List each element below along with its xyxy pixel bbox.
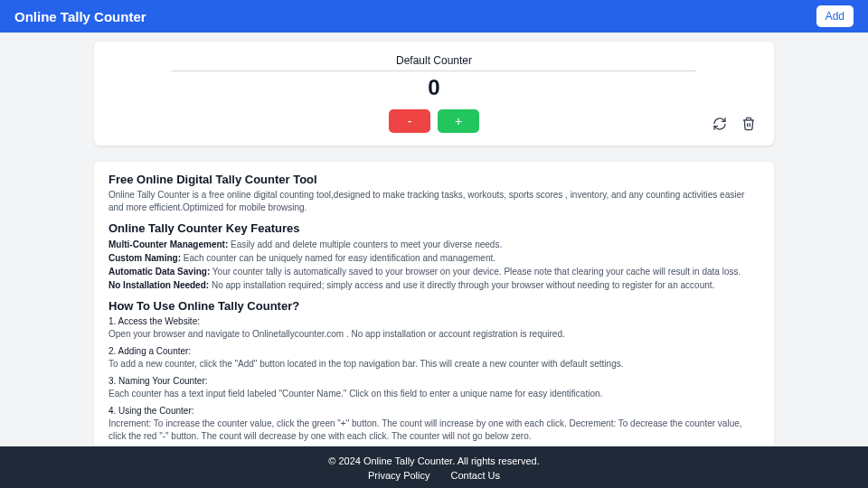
feature-item: Automatic Data Saving: Your counter tall… [108,265,760,278]
info-intro: Online Tally Counter is a free online di… [108,189,760,214]
contact-link[interactable]: Contact Us [451,470,500,481]
reset-icon [712,117,727,131]
feature-item: Multi-Counter Management: Easily add and… [108,238,760,251]
howto-item: 2. Adding a Counter:To add a new counter… [108,345,760,371]
reset-button[interactable] [711,115,729,133]
counter-buttons: - + [110,109,758,133]
feature-item: Custom Naming: Each counter can be uniqu… [108,251,760,265]
feature-list: Multi-Counter Management: Easily add and… [108,238,760,292]
howto-item: 1. Access the Website:Open your browser … [108,315,760,341]
info-heading-2: Online Tally Counter Key Features [108,221,760,235]
delete-button[interactable] [740,115,758,133]
increment-button[interactable]: + [438,109,479,133]
info-card: Free Online Digital Tally Counter Tool O… [94,162,774,488]
add-button[interactable]: Add [816,5,854,27]
info-heading-3: How To Use Online Tally Counter? [108,299,760,313]
info-heading-1: Free Online Digital Tally Counter Tool [108,173,760,186]
decrement-button[interactable]: - [389,109,430,133]
feature-item: No Installation Needed: No app installat… [108,278,760,292]
counter-value: 0 [110,75,758,100]
footer: © 2024 Online Tally Counter. All rights … [0,446,868,488]
footer-copyright: © 2024 Online Tally Counter. All rights … [0,455,868,466]
howto-item: 3. Naming Your Counter:Each counter has … [108,375,760,400]
trash-icon [741,117,756,131]
counter-name-input[interactable]: Default Counter [172,51,696,71]
privacy-link[interactable]: Privacy Policy [368,470,429,481]
footer-links: Privacy Policy Contact Us [0,470,868,481]
howto-item: 4. Using the Counter:Increment: To incre… [108,405,760,443]
app-title: Online Tally Counter [14,9,146,24]
header: Online Tally Counter Add [0,0,868,33]
counter-actions [711,115,758,133]
counter-card: Default Counter 0 - + [94,42,774,145]
main-content: Default Counter 0 - + Free Online Digita… [0,33,868,488]
